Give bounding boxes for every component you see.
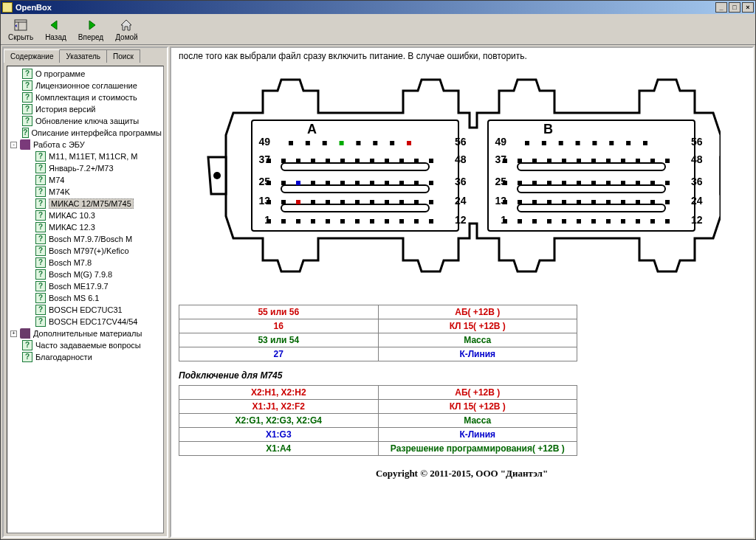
tree-item[interactable]: ?Bosch M(G) 7.9.8 — [9, 269, 162, 280]
signal-cell: Масса — [378, 414, 577, 428]
svg-rect-95 — [606, 181, 611, 185]
help-page-icon: ? — [22, 69, 32, 79]
home-button[interactable]: Домой — [112, 16, 140, 43]
help-page-icon: ? — [35, 281, 46, 291]
tree-item[interactable]: ?Bosch MS 6.1 — [9, 292, 162, 304]
tree-item-label: Bosch MS 6.1 — [49, 294, 99, 302]
tree-item[interactable]: ?История версий — [9, 103, 162, 115]
tree-item[interactable]: -Работа с ЭБУ — [9, 139, 162, 150]
hide-button[interactable]: Скрыть — [5, 16, 36, 43]
svg-rect-112 — [665, 200, 670, 204]
tree-item[interactable]: ?Bosch M7.8 — [9, 257, 162, 269]
svg-text:12: 12 — [691, 214, 703, 226]
tree-item[interactable]: ?Bosch ME17.9.7 — [9, 280, 162, 292]
svg-rect-12 — [373, 141, 377, 145]
tab-search[interactable]: Поиск — [106, 49, 140, 63]
help-tree[interactable]: ?О программе?Лицензионное соглашение?Ком… — [7, 66, 164, 533]
close-button[interactable]: × — [742, 2, 754, 13]
svg-rect-107 — [591, 200, 596, 204]
tree-item[interactable]: ?Часто задаваемые вопросы — [9, 339, 162, 351]
svg-rect-94 — [591, 181, 596, 185]
svg-rect-26 — [414, 159, 419, 163]
connector-label-b: B — [543, 122, 553, 136]
svg-rect-41 — [281, 204, 429, 212]
tree-item[interactable]: ?Комплектация и стоимость — [9, 91, 162, 103]
tree-item[interactable]: ?Январь-7.2+/М73 — [9, 162, 162, 174]
help-page-icon: ? — [35, 305, 46, 315]
svg-text:13: 13 — [258, 195, 270, 207]
tree-item[interactable]: ?Обновление ключа защиты — [9, 115, 162, 127]
svg-rect-28 — [281, 185, 429, 193]
tree-item[interactable]: ?Благодарности — [9, 351, 162, 363]
tree-item-label: Комплектация и стоимость — [35, 93, 137, 102]
svg-rect-83 — [621, 159, 625, 163]
svg-rect-123 — [650, 219, 655, 224]
svg-rect-92 — [562, 181, 566, 185]
tree-item[interactable]: ?М11, М11ЕТ, М11CR, М — [9, 150, 162, 162]
tree-item[interactable]: ?Bosch M7.9.7/Bosch M — [9, 233, 162, 245]
tab-contents[interactable]: Содержание — [4, 49, 60, 63]
maximize-button[interactable]: □ — [729, 2, 740, 13]
back-button[interactable]: Назад — [42, 16, 69, 43]
svg-rect-97 — [636, 181, 640, 185]
svg-rect-13 — [390, 141, 394, 145]
pinout-table-1: 55 или 56АБ( +12В )16КЛ 15( +12В )53 или… — [179, 305, 577, 361]
tree-item[interactable]: ?Описание интерфейса программы — [9, 127, 162, 139]
svg-rect-51 — [399, 200, 404, 204]
tree-item[interactable]: ?Лицензионное соглашение — [9, 80, 162, 91]
svg-text:37: 37 — [258, 153, 270, 165]
svg-rect-57 — [311, 219, 315, 224]
svg-text:36: 36 — [691, 176, 703, 187]
sidebar: Содержание Указатель Поиск ?О программе?… — [2, 46, 168, 538]
tree-item[interactable]: ?МИКАС 12/М75/М745 — [9, 198, 162, 210]
svg-rect-89 — [518, 181, 522, 185]
svg-rect-117 — [562, 219, 566, 224]
tree-item[interactable]: ?BOSCH EDC7UC31 — [9, 304, 162, 316]
tree-item[interactable]: ?Bosch М797(+)/Kefico — [9, 245, 162, 257]
pin-cell: X2:G1, X2:G3, X2:G4 — [179, 414, 379, 428]
svg-rect-11 — [356, 141, 360, 145]
svg-text:24: 24 — [455, 195, 467, 207]
tree-item[interactable]: ?М74K — [9, 186, 162, 198]
tree-item[interactable]: ?МИКАС 12.3 — [9, 221, 162, 233]
help-page-icon: ? — [35, 187, 46, 197]
tree-item-label: BOSCH EDC7UC31 — [49, 305, 123, 314]
pin-cell: 16 — [179, 319, 379, 333]
svg-rect-104 — [547, 200, 551, 204]
help-page-icon: ? — [35, 257, 46, 268]
collapse-icon[interactable]: - — [10, 142, 17, 148]
svg-rect-114 — [518, 219, 522, 224]
svg-rect-23 — [370, 159, 374, 163]
forward-button[interactable]: Вперед — [75, 16, 106, 43]
pin-cell: 55 или 56 — [179, 305, 379, 319]
svg-rect-60 — [355, 219, 360, 224]
svg-text:49: 49 — [495, 136, 506, 148]
svg-rect-34 — [340, 181, 345, 185]
tree-item[interactable]: +Дополнительные материалы — [9, 328, 162, 339]
svg-rect-116 — [547, 219, 551, 224]
svg-rect-99 — [665, 181, 670, 185]
expand-icon[interactable]: + — [10, 330, 17, 337]
svg-rect-124 — [665, 219, 670, 224]
content-pane[interactable]: после того как выбрали файл сразу включи… — [170, 46, 754, 538]
tab-index[interactable]: Указатель — [59, 49, 107, 63]
pin-cell: X1:A4 — [179, 442, 379, 456]
svg-text:48: 48 — [455, 153, 467, 165]
tree-item[interactable]: ?М74 — [9, 174, 162, 186]
tree-item[interactable]: ?О программе — [9, 68, 162, 80]
signal-cell: АБ( +12В ) — [378, 305, 577, 319]
svg-rect-8 — [305, 141, 309, 145]
help-page-icon: ? — [22, 92, 32, 103]
svg-rect-24 — [385, 159, 389, 163]
svg-rect-100 — [518, 204, 665, 212]
table-row: X1:A4Разрешение программирования( +12В ) — [179, 442, 577, 456]
svg-rect-115 — [532, 219, 537, 224]
svg-text:36: 36 — [455, 176, 467, 187]
tree-item[interactable]: ?BOSCH EDC17CV44/54 — [9, 316, 162, 328]
tree-item-label: М74K — [49, 187, 70, 196]
help-page-icon: ? — [22, 104, 32, 114]
tree-item-label: Обновление ключа защиты — [35, 117, 139, 125]
tree-item[interactable]: ?МИКАС 10.3 — [9, 210, 162, 221]
app-icon — [2, 2, 13, 13]
minimize-button[interactable]: _ — [715, 2, 727, 13]
